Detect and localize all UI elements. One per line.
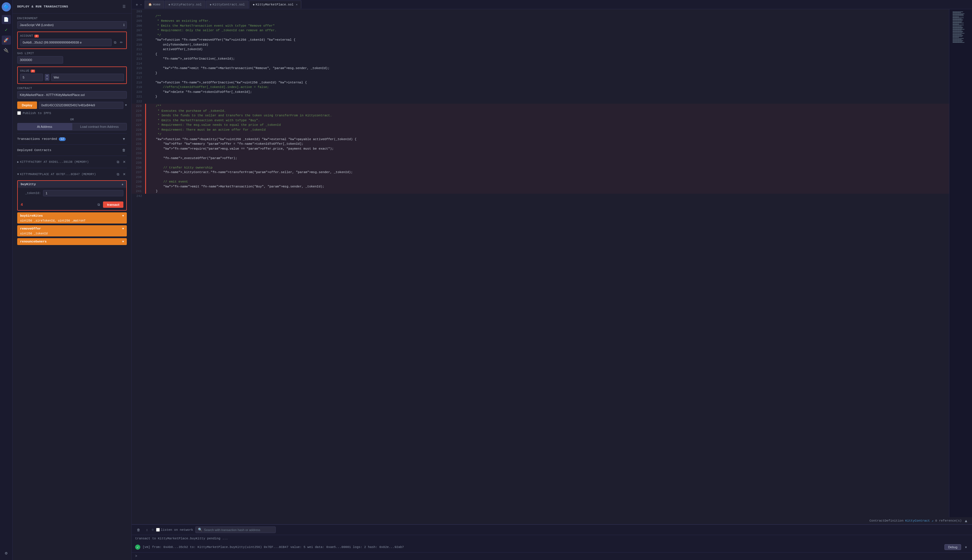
tab-close-icon[interactable]: ✕: [296, 3, 298, 6]
kittyfactory-copy-button[interactable]: ⧉: [115, 159, 120, 165]
tokenid-param-input[interactable]: [43, 190, 123, 196]
value-up-button[interactable]: ▲: [45, 74, 49, 77]
line-number: 231: [132, 142, 146, 147]
transact-button[interactable]: transact: [103, 202, 123, 208]
account-select[interactable]: 0xAb8...35cb2 (99.99999999999849938 e: [20, 39, 112, 46]
tab-kittyfactory[interactable]: ◆ KittyFactory.sol: [165, 0, 206, 8]
kittyfactory-close-button[interactable]: ✕: [122, 159, 127, 165]
value-amount-input[interactable]: [20, 74, 43, 81]
kittymarketplace-expand-icon[interactable]: ▼: [17, 173, 19, 176]
debug-button[interactable]: Debug: [944, 544, 961, 550]
load-contract-tab[interactable]: Load contract from Address: [72, 123, 127, 130]
tokenid-param-label: _tokenId:: [21, 192, 41, 195]
table-row: 241 }: [132, 189, 949, 194]
ref-expand-button[interactable]: ▲: [964, 518, 969, 523]
buykitty-function-header[interactable]: buyKitty ▲: [18, 181, 126, 188]
buykitty-copy-button[interactable]: ⧉: [96, 202, 101, 208]
listen-checkbox[interactable]: [156, 528, 160, 532]
nav-settings-icon[interactable]: ⚙️: [2, 548, 11, 558]
nav-deploy-icon[interactable]: 🚀: [2, 35, 11, 45]
panel-menu-button[interactable]: ☰: [121, 3, 127, 10]
account-copy-button[interactable]: ⧉: [113, 39, 118, 45]
table-row: 229 */: [132, 132, 949, 137]
value-label: VALUE 3: [20, 69, 124, 73]
value-spinners: ▲ ▼: [45, 74, 49, 80]
renounce-header[interactable]: renounceOwners ▼: [17, 238, 127, 245]
code-line: [146, 160, 949, 165]
kittymarketplace-close-button[interactable]: ✕: [122, 171, 127, 177]
tx-success-icon: ✓: [135, 545, 140, 550]
table-row: 235: [132, 160, 949, 165]
deployed-contracts-trash-button[interactable]: 🗑: [121, 147, 127, 153]
tab-home[interactable]: 🏠 Home: [145, 0, 164, 8]
search-icon: 🔍: [198, 528, 202, 532]
deploy-button[interactable]: Deploy: [17, 102, 37, 109]
deploy-row: Deploy ▼: [17, 102, 127, 109]
table-row: 227 * Requirement: The msg.value needs t…: [132, 123, 949, 128]
terminal-clear-button[interactable]: 🗑: [135, 527, 142, 533]
environment-info-icon[interactable]: ℹ: [123, 23, 124, 27]
code-line: */: [146, 33, 949, 38]
bottom-panel: 🗑 ↕ 0 listen on network 🔍 transact to Ki…: [132, 525, 972, 560]
value-unit-select[interactable]: Wei: [51, 74, 124, 81]
line-number: 203: [132, 9, 146, 14]
table-row: 242: [132, 194, 949, 198]
line-number: 205: [132, 18, 146, 23]
tab-kittycontract[interactable]: ◆ KittyContract.sol: [206, 0, 248, 8]
table-row: 220 "kw">delete "fn-name">tokenIdToOffer…: [132, 90, 949, 95]
gas-limit-input[interactable]: [17, 56, 63, 63]
deploy-expand-icon[interactable]: ▼: [125, 104, 127, 107]
line-number: 214: [132, 61, 146, 66]
code-line: "kw">"fn-name">emit "fn-name">MarketTran…: [146, 184, 949, 189]
buysirites-header[interactable]: buySireRites ▼: [17, 212, 127, 219]
search-input[interactable]: [204, 528, 273, 532]
account-edit-button[interactable]: ✏: [119, 39, 124, 45]
deploy-address-input[interactable]: [39, 102, 123, 109]
code-line: }: [146, 189, 949, 194]
table-row: 206 * Emits the MarketTransaction event …: [132, 23, 949, 28]
value-badge: 3: [31, 70, 35, 73]
nav-compile-icon[interactable]: ✓: [2, 25, 11, 34]
kittyfactory-instance: ▶ KITTYFACTORY AT 0XD91...39138 (MEMORY)…: [17, 156, 127, 168]
table-row: 213 "fn-name">_setOfferInactive(_tokenId…: [132, 57, 949, 61]
code-line: "kw">"fn-name">emit "fn-name">MarketTran…: [146, 66, 949, 71]
table-row: 222: [132, 99, 949, 104]
debug-expand-button[interactable]: ▼: [964, 545, 969, 550]
code-line: * Requirement: There must be an active o…: [146, 128, 949, 132]
code-line: "kw">"fn-name">require("param">msg.value…: [146, 147, 949, 151]
value-down-button[interactable]: ▼: [45, 77, 49, 81]
table-row: 233: [132, 151, 949, 156]
code-area[interactable]: 203204 /**205 * Removes an existing offe…: [132, 9, 949, 517]
code-line: "kw">function "fn-name">_setOfferInactiv…: [146, 80, 949, 85]
removeoffer-header[interactable]: removeOffer ▼: [17, 225, 127, 232]
kittymarketplace-copy-button[interactable]: ⧉: [115, 171, 120, 177]
zoom-in-button[interactable]: +: [135, 2, 139, 7]
code-line: "kw">function "fn-name">removeOffer("kw"…: [146, 38, 949, 42]
kittymarketplace-name: KITTYMARKETPLACE AT 0X7EF...8CB47 (MEMOR…: [20, 173, 96, 176]
panel-title: DEPLOY & RUN TRANSACTIONS: [17, 5, 68, 8]
value-row: ▲ ▼ Wei: [20, 74, 124, 81]
nav-plugin-icon[interactable]: 🔌: [2, 46, 11, 55]
code-line: [146, 194, 949, 198]
line-number: 234: [132, 156, 146, 161]
tab-kittymarketplace[interactable]: ◆ KittyMarketPlace.sol ✕: [249, 0, 301, 8]
at-address-tab[interactable]: At Address: [17, 123, 72, 130]
buysirites-name: buySireRites: [20, 214, 43, 218]
code-line: /**: [146, 14, 949, 19]
nav-files-icon[interactable]: 📄: [2, 15, 11, 24]
contract-select[interactable]: KittyMarketPlace - KITTY/KittyMarketPlac…: [17, 91, 127, 98]
environment-select[interactable]: JavaScript VM (London): [17, 21, 127, 29]
terminal-scroll-button[interactable]: ↕: [144, 527, 149, 533]
icon-bar: 🔷 📄 ✓ 🚀 🔌 ⚙️: [0, 0, 13, 560]
transactions-expand-button[interactable]: ▼: [121, 136, 127, 142]
publish-ipfs-checkbox[interactable]: [17, 111, 21, 115]
contract-def-link[interactable]: KittyContract: [905, 519, 930, 522]
contract-group: CONTRACT KittyMarketPlace - KITTY/KittyM…: [17, 87, 127, 98]
kittyfactory-expand-icon[interactable]: ▶: [17, 160, 19, 163]
zoom-out-button[interactable]: -: [140, 2, 142, 7]
table-row: 205 * Removes an existing offer.: [132, 18, 949, 23]
line-number: 212: [132, 52, 146, 57]
table-row: 223 /**: [132, 104, 949, 108]
line-number: 230: [132, 137, 146, 142]
account-row: 0xAb8...35cb2 (99.99999999999849938 e ⧉ …: [20, 39, 124, 46]
